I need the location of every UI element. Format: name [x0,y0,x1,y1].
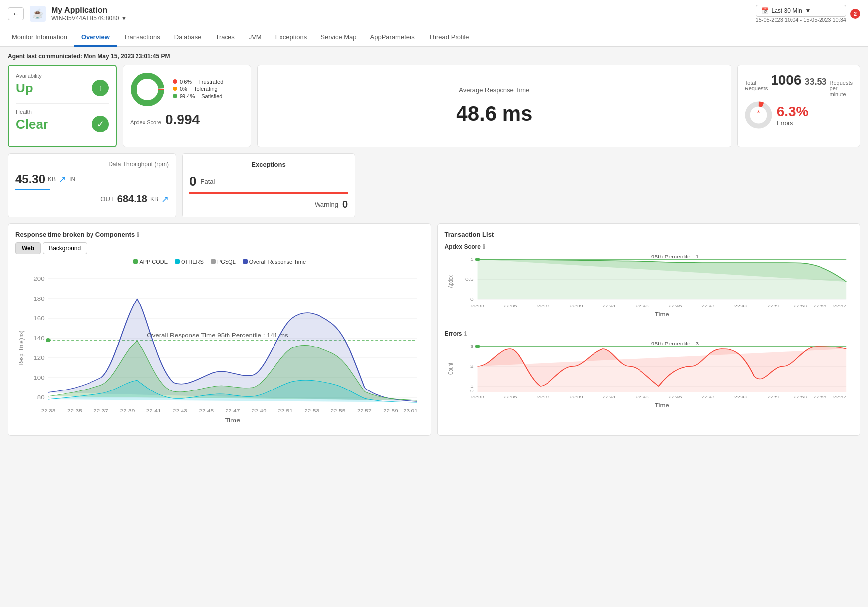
instance-dropdown-icon[interactable]: ▼ [121,15,127,22]
svg-text:2: 2 [470,364,473,369]
apdex-info-icon: ℹ [483,243,485,250]
svg-text:22:49: 22:49 [734,304,747,308]
svg-text:22:45: 22:45 [199,408,214,413]
svg-text:Apdex: Apdex [447,275,454,288]
apdex-score-sub-title: Apdex Score ℹ [445,243,853,250]
dropdown-icon: ▼ [805,7,811,14]
tab-database[interactable]: Database [167,28,209,47]
throughput-in-label: IN [69,176,75,183]
tab-app-parameters[interactable]: AppParameters [364,28,422,47]
errors-section: 6.3% Errors [745,101,853,129]
tab-monitor-information[interactable]: Monitor Information [5,28,74,47]
time-selector[interactable]: 📅 Last 30 Min ▼ [756,5,846,17]
info-icon: ℹ [137,231,139,238]
svg-point-6 [751,108,766,123]
throughput-out-label: OUT [100,195,114,203]
svg-text:22:37: 22:37 [537,304,550,308]
svg-text:22:53: 22:53 [304,408,319,413]
errors-sub-title: Errors ℹ [445,330,853,337]
warning-label: Warning [315,201,338,208]
tab-transactions[interactable]: Transactions [117,28,167,47]
fatal-label: Fatal [200,178,215,185]
metrics-row-2: Data Throughput (rpm) 45.30 KB ↗ IN OUT … [8,153,860,217]
svg-text:22:43: 22:43 [173,408,187,413]
apdex-card: 0.6% Frustrated 0% Tolerating 99.4% Sati… [123,65,251,147]
alert-badge[interactable]: 2 [850,9,860,19]
legend-overall: Overall Response Time [243,259,306,265]
web-tab-button[interactable]: Web [15,242,41,254]
svg-text:22:47: 22:47 [225,408,240,413]
health-label: Health [16,109,109,115]
svg-text:22:45: 22:45 [668,394,682,399]
fatal-value: 0 [189,174,196,189]
svg-text:22:53: 22:53 [793,394,807,399]
svg-text:22:33: 22:33 [471,304,484,308]
back-button[interactable]: ← [8,7,24,20]
app-info: My Application WIN-35V44ATH57K:8080 ▼ [51,6,750,22]
legend-frustrated: 0.6% Frustrated [173,79,244,85]
tab-thread-profile[interactable]: Thread Profile [422,28,476,47]
avg-response-value: 48.6 ms [456,102,532,126]
tab-traces[interactable]: Traces [208,28,241,47]
apdex-inner: 0.6% Frustrated 0% Tolerating 99.4% Sati… [130,72,244,107]
chart-tab-buttons: Web Background [15,242,424,254]
svg-text:22:37: 22:37 [93,408,108,413]
throughput-label: Data Throughput (rpm) [15,161,169,168]
svg-text:22:47: 22:47 [701,304,715,308]
total-requests-label: Total Requests [745,80,768,91]
calendar-icon: 📅 [761,7,769,14]
error-label: Errors [777,120,809,127]
svg-text:22:43: 22:43 [636,394,649,399]
svg-text:Time: Time [654,403,669,408]
errors-info-icon: ℹ [464,330,467,337]
throughput-out-row: OUT 684.18 KB ↗ [15,193,169,205]
total-requests-value: 1006 [771,72,801,88]
throughput-in-arrow-icon: ↗ [59,174,66,185]
svg-text:Resp. Time(ms): Resp. Time(ms) [17,331,25,366]
throughput-in-value: 45.30 [15,173,45,186]
health-section: Health Clear ✓ [16,109,109,132]
tab-service-map[interactable]: Service Map [314,28,363,47]
exceptions-title: Exceptions [189,161,348,168]
background-tab-button[interactable]: Background [43,242,87,254]
svg-text:22:37: 22:37 [537,394,550,399]
check-icon: ✓ [92,116,109,132]
response-time-chart-area: 200 180 160 140 120 100 80 Overall Respo… [15,269,424,429]
svg-text:22:39: 22:39 [120,408,135,413]
svg-point-74 [475,345,480,348]
svg-text:Time: Time [225,417,240,424]
svg-text:Overall Response Time 95th Per: Overall Response Time 95th Percentile : … [147,333,288,338]
tab-exceptions[interactable]: Exceptions [269,28,314,47]
throughput-out-unit: KB [150,196,158,203]
svg-text:1: 1 [470,384,473,389]
transaction-list-card: Transaction List Apdex Score ℹ 1 0.5 0 [437,223,861,436]
svg-text:22:45: 22:45 [668,304,682,308]
warning-value: 0 [342,199,348,210]
availability-label: Availability [16,73,109,79]
svg-text:22:51: 22:51 [767,304,780,308]
apdex-score-label: Apdex Score [130,119,161,125]
errors-chart-svg: 3 2 1 0 95th Percentile : 3 22:33 22:35 … [445,339,853,411]
svg-text:22:39: 22:39 [569,304,583,308]
health-row: Clear ✓ [16,116,109,132]
content: Agent last communicated: Mon May 15, 202… [0,47,868,442]
availability-section: Availability Up ↑ [16,73,109,96]
header-right: 📅 Last 30 Min ▼ 15-05-2023 10:04 - 15-05… [756,5,860,23]
fatal-row: 0 Fatal [189,174,348,189]
avg-response-label: Average Response Time [459,87,529,94]
app-title: My Application [51,6,750,15]
apdex-chart-svg: 1 0.5 0 95th Percentile : 1 22:33 22:35 … [445,252,853,324]
tab-overview[interactable]: Overview [74,28,117,47]
svg-text:0.5: 0.5 [465,277,473,282]
chart-legend: APP CODE OTHERS PGSQL Overall Response T… [15,259,424,265]
svg-text:22:55: 22:55 [330,408,345,413]
svg-text:80: 80 [37,395,45,400]
legend-pgsql: PGSQL [211,259,236,265]
app-icon: ☕ [30,6,46,22]
fatal-bar [189,192,348,194]
svg-text:22:55: 22:55 [813,304,826,308]
svg-text:22:41: 22:41 [602,394,616,399]
svg-point-23 [46,338,51,342]
tab-jvm[interactable]: JVM [242,28,269,47]
header: ← ☕ My Application WIN-35V44ATH57K:8080 … [0,0,868,28]
